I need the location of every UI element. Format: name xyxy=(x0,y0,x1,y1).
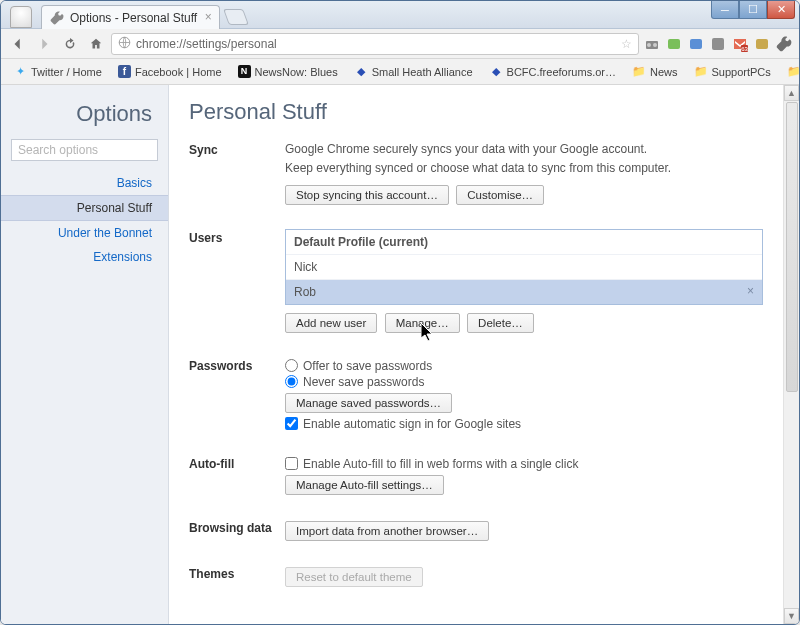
extension-icon-5[interactable]: 63 xyxy=(731,35,749,53)
section-label-users: Users xyxy=(189,229,285,335)
user-row-nick[interactable]: Nick xyxy=(286,255,762,280)
user-row-delete-icon[interactable]: × xyxy=(747,284,754,298)
url-text: chrome://settings/personal xyxy=(136,37,277,51)
browser-toolbar: chrome://settings/personal ☆ 63 xyxy=(1,29,799,59)
new-tab-button[interactable] xyxy=(223,9,249,25)
options-sidebar: Options Basics Personal Stuff Under the … xyxy=(1,85,169,624)
manage-autofill-button[interactable]: Manage Auto-fill settings… xyxy=(285,475,444,495)
svg-point-3 xyxy=(653,43,657,47)
home-button[interactable] xyxy=(85,33,107,55)
window-maximize-button[interactable]: ☐ xyxy=(739,1,767,19)
never-save-passwords-radio[interactable]: Never save passwords xyxy=(285,375,763,389)
user-row-default[interactable]: Default Profile (current) xyxy=(286,230,762,255)
svg-rect-6 xyxy=(712,38,724,50)
profile-avatar-icon xyxy=(10,6,32,28)
sync-text-1: Google Chrome securely syncs your data w… xyxy=(285,141,763,158)
bookmark-bcfc[interactable]: ◆BCFC.freeforums.or… xyxy=(483,63,622,81)
offer-save-passwords-radio[interactable]: Offer to save passwords xyxy=(285,359,763,373)
user-row-rob[interactable]: Rob × xyxy=(286,280,762,304)
svg-rect-5 xyxy=(690,39,702,49)
customise-sync-button[interactable]: Customise… xyxy=(456,185,544,205)
svg-point-2 xyxy=(647,43,651,47)
window-titlebar: Options - Personal Stuff × ─ ☐ ✕ xyxy=(1,1,799,29)
bookmarks-bar: ✦Twitter / Home fFacebook | Home NNewsNo… xyxy=(1,59,799,85)
other-bookmarks-button[interactable]: 📁Other bookmarks xyxy=(781,63,800,81)
globe-icon xyxy=(118,36,131,52)
extension-icon-4[interactable] xyxy=(709,35,727,53)
scroll-down-button[interactable]: ▼ xyxy=(784,608,799,624)
browser-tab[interactable]: Options - Personal Stuff × xyxy=(41,5,220,29)
manage-passwords-button[interactable]: Manage saved passwords… xyxy=(285,393,452,413)
sidebar-item-personal-stuff[interactable]: Personal Stuff xyxy=(1,195,168,221)
section-label-sync: Sync xyxy=(189,141,285,207)
enable-auto-signin-checkbox[interactable]: Enable automatic sign in for Google site… xyxy=(285,417,763,431)
bookmark-folder-supportpcs[interactable]: 📁SupportPCs xyxy=(688,63,777,81)
section-label-autofill: Auto-fill xyxy=(189,455,285,497)
extension-icon-3[interactable] xyxy=(687,35,705,53)
window-close-button[interactable]: ✕ xyxy=(767,1,795,19)
address-bar[interactable]: chrome://settings/personal ☆ xyxy=(111,33,639,55)
wrench-icon xyxy=(50,11,64,25)
section-label-passwords: Passwords xyxy=(189,357,285,433)
bookmark-facebook[interactable]: fFacebook | Home xyxy=(112,63,228,80)
forward-button[interactable] xyxy=(33,33,55,55)
bookmark-twitter[interactable]: ✦Twitter / Home xyxy=(7,63,108,81)
tab-title: Options - Personal Stuff xyxy=(70,11,197,25)
main-panel: Personal Stuff Sync Google Chrome secure… xyxy=(169,85,783,624)
bookmark-sha[interactable]: ◆Small Heath Alliance xyxy=(348,63,479,81)
reload-button[interactable] xyxy=(59,33,81,55)
sidebar-item-extensions[interactable]: Extensions xyxy=(1,245,168,269)
sidebar-item-basics[interactable]: Basics xyxy=(1,171,168,195)
extension-icon-1[interactable] xyxy=(643,35,661,53)
stop-syncing-button[interactable]: Stop syncing this account… xyxy=(285,185,449,205)
import-browser-data-button[interactable]: Import data from another browser… xyxy=(285,521,489,541)
svg-rect-9 xyxy=(756,39,768,49)
sync-text-2: Keep everything synced or choose what da… xyxy=(285,160,763,177)
profile-avatar-slot[interactable] xyxy=(1,1,41,28)
sidebar-title: Options xyxy=(1,99,168,139)
wrench-menu-button[interactable] xyxy=(775,35,793,53)
window-minimize-button[interactable]: ─ xyxy=(711,1,739,19)
add-new-user-button[interactable]: Add new user xyxy=(285,313,377,333)
enable-autofill-checkbox[interactable]: Enable Auto-fill to fill in web forms wi… xyxy=(285,457,763,471)
delete-user-button[interactable]: Delete… xyxy=(467,313,534,333)
tab-close-icon[interactable]: × xyxy=(202,11,214,23)
scroll-thumb[interactable] xyxy=(786,102,798,392)
search-options-input[interactable] xyxy=(11,139,158,161)
scrollbar[interactable]: ▲ ▼ xyxy=(783,85,799,624)
section-label-themes: Themes xyxy=(189,565,285,589)
sidebar-item-under-the-bonnet[interactable]: Under the Bonnet xyxy=(1,221,168,245)
svg-text:63: 63 xyxy=(741,45,748,51)
reset-theme-button: Reset to default theme xyxy=(285,567,423,587)
extension-icon-2[interactable] xyxy=(665,35,683,53)
section-label-browsing-data: Browsing data xyxy=(189,519,285,543)
scroll-up-button[interactable]: ▲ xyxy=(784,85,799,101)
users-listbox[interactable]: Default Profile (current) Nick Rob × xyxy=(285,229,763,305)
bookmark-folder-news[interactable]: 📁News xyxy=(626,63,684,81)
extension-icon-6[interactable] xyxy=(753,35,771,53)
bookmark-star-icon[interactable]: ☆ xyxy=(621,37,632,51)
svg-rect-4 xyxy=(668,39,680,49)
bookmark-newsnow[interactable]: NNewsNow: Blues xyxy=(232,63,344,80)
manage-user-button[interactable]: Manage… xyxy=(385,313,460,333)
back-button[interactable] xyxy=(7,33,29,55)
page-title: Personal Stuff xyxy=(189,99,763,125)
